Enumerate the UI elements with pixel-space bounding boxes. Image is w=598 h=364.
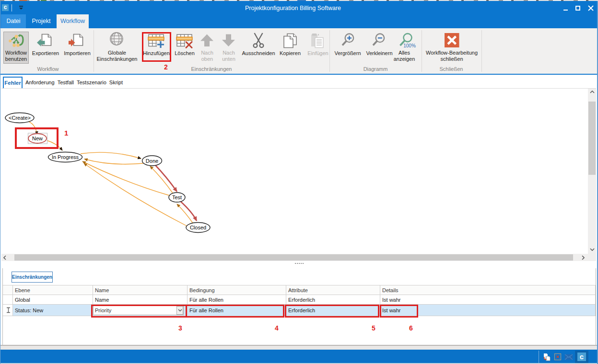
- svg-text:In Progress: In Progress: [52, 154, 79, 160]
- svg-text:100%: 100%: [403, 43, 416, 48]
- svg-text:<Create>: <Create>: [9, 115, 31, 121]
- svg-text:Done: Done: [146, 158, 158, 164]
- svg-text:Test: Test: [172, 194, 182, 200]
- svg-text:Closed: Closed: [190, 225, 206, 230]
